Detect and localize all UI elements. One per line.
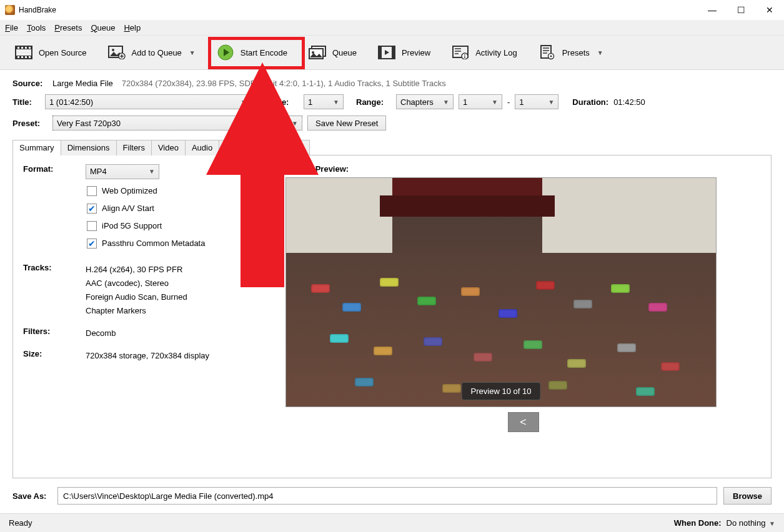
duration-label: Duration: [572, 97, 608, 107]
when-done-value: Do nothing [727, 518, 766, 528]
passthru-checkbox[interactable]: ✔ Passthru Common Metadata [87, 237, 205, 250]
checkbox-icon [87, 186, 97, 196]
presets-button[interactable]: Presets ▼ [530, 37, 612, 67]
titlebar: HandBrake — ☐ ✕ [0, 0, 784, 20]
when-done-label: When Done: [674, 518, 722, 528]
maximize-button[interactable]: ☐ [727, 0, 755, 20]
range-label: Range: [356, 97, 391, 107]
menu-file[interactable]: File [5, 23, 18, 32]
size-label: Size: [23, 349, 86, 363]
svg-rect-3 [17, 47, 19, 49]
web-optimized-label: Web Optimized [102, 184, 157, 198]
checkbox-icon [87, 221, 97, 231]
toolbar: Open Source Add to Queue ▼ Start Encode … [0, 35, 784, 70]
start-encode-label: Start Encode [241, 48, 287, 57]
chevron-down-icon[interactable]: ▼ [597, 49, 603, 56]
menu-tools[interactable]: Tools [27, 23, 46, 32]
tab-summary[interactable]: Summary [12, 140, 61, 155]
title-combo[interactable]: 1 (01:42:50) ▼ [45, 94, 251, 109]
range-from-combo[interactable]: 1 ▼ [459, 94, 502, 109]
preview-area: Source Preview: [285, 164, 761, 469]
preview-button[interactable]: Preview [369, 37, 439, 67]
track-line: Chapter Markers [86, 304, 187, 318]
log-icon [452, 45, 469, 60]
chevron-down-icon: ▼ [333, 99, 339, 106]
tab-video[interactable]: Video [151, 140, 186, 155]
preview-counter-badge: Preview 10 of 10 [462, 382, 541, 400]
svg-rect-5 [25, 47, 27, 49]
svg-point-12 [112, 49, 114, 51]
svg-rect-4 [21, 47, 23, 49]
main-content: Source: Large Media File 720x384 (720x38… [0, 70, 784, 478]
preview-image: Preview 10 of 10 [285, 177, 717, 407]
queue-icon [309, 45, 326, 60]
chevron-down-icon: ▼ [492, 99, 498, 106]
preview-prev-button[interactable]: < [508, 412, 539, 432]
save-as-input[interactable]: C:\Users\Vince\Desktop\Large Media File … [57, 487, 717, 505]
svg-rect-8 [21, 56, 23, 58]
tab-chapters[interactable]: Chapters [263, 140, 310, 155]
menu-queue[interactable]: Queue [91, 23, 115, 32]
filters-value: Decomb [86, 327, 116, 340]
tracks-values: H.264 (x264), 30 FPS PFR AAC (avcodec), … [86, 263, 187, 318]
menu-help[interactable]: Help [124, 23, 141, 32]
window-controls: — ☐ ✕ [698, 0, 784, 20]
format-value: MP4 [90, 165, 107, 179]
chevron-down-icon: ▼ [292, 120, 298, 127]
passthru-label: Passthru Common Metadata [102, 237, 205, 250]
when-done-combo[interactable]: Do nothing ▼ [727, 518, 775, 528]
checkbox-checked-icon: ✔ [87, 239, 97, 249]
queue-label: Queue [332, 48, 357, 57]
browse-button[interactable]: Browse [723, 487, 772, 505]
summary-left: Format: MP4 ▼ Web Optimized ✔ Align A/V … [23, 164, 273, 469]
filters-label: Filters: [23, 327, 86, 340]
tab-filters[interactable]: Filters [116, 140, 152, 155]
angle-combo[interactable]: 1 ▼ [304, 94, 344, 109]
title-label: Title: [12, 97, 40, 107]
ipod-5g-checkbox[interactable]: iPod 5G Support [87, 219, 205, 233]
tab-audio[interactable]: Audio [185, 140, 219, 155]
chevron-down-icon[interactable]: ▼ [189, 49, 196, 56]
close-button[interactable]: ✕ [755, 0, 784, 20]
tab-dimensions[interactable]: Dimensions [61, 140, 117, 155]
range-type-value: Chapters [400, 97, 434, 107]
chevron-down-icon: ▼ [769, 520, 775, 527]
svg-point-28 [464, 54, 465, 56]
web-optimized-checkbox[interactable]: Web Optimized [87, 184, 205, 198]
queue-button[interactable]: Queue [300, 37, 365, 67]
app-title: HandBrake [19, 6, 56, 14]
preset-combo[interactable]: Very Fast 720p30 ▼ [52, 116, 302, 131]
open-source-button[interactable]: Open Source [6, 37, 96, 67]
preview-icon [378, 45, 395, 60]
angle-value: 1 [308, 97, 312, 107]
range-from-value: 1 [463, 97, 467, 107]
align-av-label: Align A/V Start [102, 202, 154, 215]
menu-presets[interactable]: Presets [54, 23, 82, 32]
menubar: File Tools Presets Queue Help [0, 20, 784, 35]
format-combo[interactable]: MP4 ▼ [86, 164, 159, 179]
svg-rect-9 [25, 56, 27, 58]
tab-subtitles[interactable]: Subtitles [219, 140, 264, 155]
range-dash: - [507, 97, 510, 107]
minimize-button[interactable]: — [698, 0, 727, 20]
presets-icon [538, 45, 556, 60]
tabstrip: Summary Dimensions Filters Video Audio S… [12, 139, 772, 155]
open-source-label: Open Source [39, 48, 87, 57]
activity-log-label: Activity Log [475, 48, 517, 57]
source-label: Source: [12, 79, 47, 88]
start-encode-button[interactable]: Start Encode [208, 37, 296, 67]
checkbox-checked-icon: ✔ [87, 204, 97, 214]
range-to-combo[interactable]: 1 ▼ [515, 94, 558, 109]
align-av-checkbox[interactable]: ✔ Align A/V Start [87, 202, 205, 215]
chevron-down-icon: ▼ [241, 99, 247, 106]
add-to-queue-button[interactable]: Add to Queue ▼ [99, 37, 204, 67]
save-new-preset-button[interactable]: Save New Preset [307, 116, 386, 131]
range-type-combo[interactable]: Chapters ▼ [396, 94, 454, 109]
preview-label: Preview [402, 48, 430, 57]
range-to-value: 1 [519, 97, 523, 107]
angle-label: Angle: [264, 97, 299, 107]
play-icon [217, 45, 234, 60]
activity-log-button[interactable]: Activity Log [443, 37, 525, 67]
track-line: Foreign Audio Scan, Burned [86, 290, 187, 304]
track-line: H.264 (x264), 30 FPS PFR [86, 263, 187, 277]
